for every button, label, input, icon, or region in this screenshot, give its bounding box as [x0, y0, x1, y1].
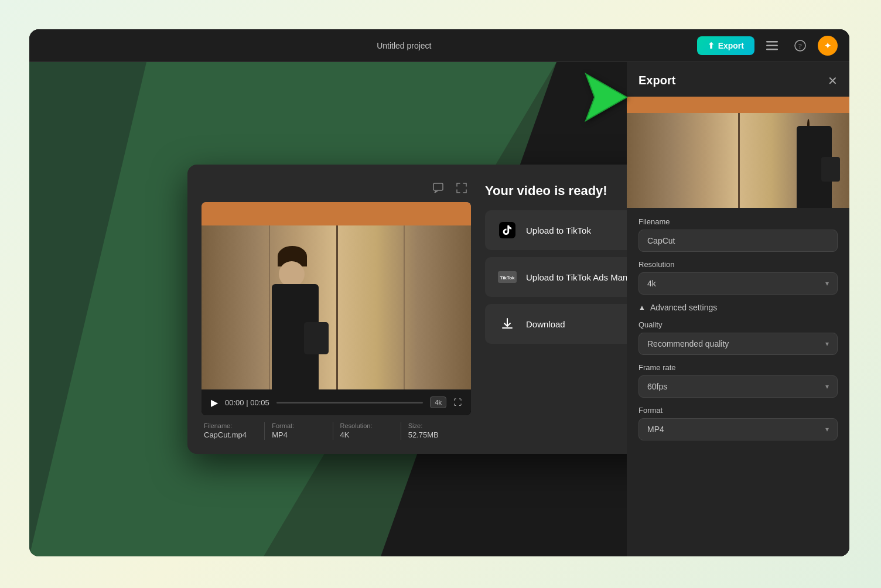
menu-icon-button[interactable] [762, 35, 783, 56]
export-form: Filename Resolution 4k ▾ ▲ Advanced sett… [627, 208, 849, 450]
filename-group: Filename [638, 217, 838, 252]
quality-value: Recommended quality [647, 339, 729, 348]
top-bar: Untitled project ⬆ Export ? ✦ [29, 29, 849, 62]
framerate-label: Frame rate [638, 363, 838, 372]
upload-tiktok-label: Upload to TikTok [526, 225, 591, 235]
top-bar-actions: ⬆ Export ? ✦ [697, 35, 838, 56]
tiktok-logo [501, 224, 513, 236]
video-controls: ▶ 00:00 | 00:05 4k ⛶ [202, 389, 471, 415]
preview-image [627, 97, 849, 208]
file-info-filename: Filename: CapCut.mp4 [204, 422, 265, 440]
comment-icon-button[interactable] [429, 179, 448, 197]
file-info: Filename: CapCut.mp4 Format: MP4 Resolut… [202, 422, 471, 440]
format-group: Format MP4 ▾ [638, 406, 838, 440]
green-arrow-icon [574, 68, 633, 127]
format-select[interactable]: MP4 ▾ [638, 418, 838, 440]
advanced-settings-toggle[interactable]: ▲ Advanced settings [638, 303, 838, 312]
comment-icon [433, 183, 443, 193]
filename-label: Filename [638, 217, 838, 226]
file-info-resolution: Resolution: 4K [333, 422, 401, 440]
play-button[interactable]: ▶ [211, 397, 218, 408]
resolution-value: 4k [647, 279, 656, 288]
export-button[interactable]: ⬆ Export [697, 36, 754, 55]
advanced-settings-label: Advanced settings [650, 303, 717, 312]
arrow-pointer [574, 68, 633, 129]
export-upload-icon: ⬆ [708, 41, 715, 50]
quality-label: Quality [638, 320, 838, 329]
main-content: ▶ 00:00 | 00:05 4k ⛶ [29, 62, 849, 556]
resolution-label: Resolution [638, 260, 838, 269]
help-icon-button[interactable]: ? [790, 35, 811, 56]
export-panel: Export ✕ [627, 62, 849, 556]
svg-rect-0 [766, 41, 778, 43]
chevron-up-icon: ▲ [638, 303, 646, 312]
download-icon [497, 313, 518, 334]
quality-select[interactable]: Recommended quality ▾ [638, 333, 838, 355]
fullscreen-button[interactable]: ⛶ [453, 398, 462, 407]
filename-input[interactable] [638, 230, 838, 252]
expand-icon [456, 183, 467, 193]
progress-bar[interactable] [276, 402, 424, 404]
avatar-button[interactable]: ✦ [818, 36, 838, 56]
resolution-group: Resolution 4k ▾ [638, 260, 838, 295]
svg-text:?: ? [798, 42, 802, 50]
video-section: ▶ 00:00 | 00:05 4k ⛶ [202, 179, 471, 440]
format-label: Format [638, 406, 838, 415]
svg-rect-7 [433, 183, 443, 190]
svg-rect-2 [766, 49, 778, 50]
tiktok-ads-logo: TikTok [499, 272, 515, 282]
svg-text:TikTok: TikTok [500, 275, 515, 281]
tiktok-ads-icon: TikTok [497, 266, 518, 288]
video-player: ▶ 00:00 | 00:05 4k ⛶ [202, 202, 471, 415]
close-export-button[interactable]: ✕ [828, 75, 838, 87]
svg-marker-10 [586, 74, 627, 121]
quality-group: Quality Recommended quality ▾ [638, 320, 838, 355]
hamburger-icon [766, 41, 778, 50]
advanced-settings-section: Quality Recommended quality ▾ Frame rate… [638, 320, 838, 440]
format-value: MP4 [647, 425, 664, 434]
chevron-down-icon: ▾ [825, 279, 829, 288]
export-panel-title: Export [638, 74, 675, 87]
framerate-value: 60fps [647, 382, 667, 391]
export-preview [627, 97, 849, 208]
time-display: 00:00 | 00:05 [225, 398, 269, 407]
export-modal: ▶ 00:00 | 00:05 4k ⛶ [187, 165, 691, 454]
download-label: Download [526, 319, 565, 329]
file-info-size: Size: 52.75MB [401, 422, 469, 440]
fullscreen-icon-button[interactable] [452, 179, 471, 197]
avatar-initial: ✦ [824, 41, 831, 50]
project-title: Untitled project [377, 41, 431, 50]
question-icon: ? [794, 40, 806, 52]
app-window: Untitled project ⬆ Export ? ✦ [29, 29, 849, 556]
video-toolbar [202, 179, 471, 197]
chevron-down-icon-quality: ▾ [825, 340, 829, 348]
quality-badge: 4k [430, 396, 446, 408]
tiktok-icon [497, 220, 518, 241]
framerate-select[interactable]: 60fps ▾ [638, 375, 838, 398]
export-panel-header: Export ✕ [627, 62, 849, 97]
resolution-select[interactable]: 4k ▾ [638, 272, 838, 295]
chevron-down-icon-fps: ▾ [825, 382, 829, 391]
svg-rect-1 [766, 45, 778, 46]
chevron-down-icon-format: ▾ [825, 425, 829, 433]
file-info-format: Format: MP4 [265, 422, 333, 440]
framerate-group: Frame rate 60fps ▾ [638, 363, 838, 398]
video-thumbnail [202, 202, 471, 389]
